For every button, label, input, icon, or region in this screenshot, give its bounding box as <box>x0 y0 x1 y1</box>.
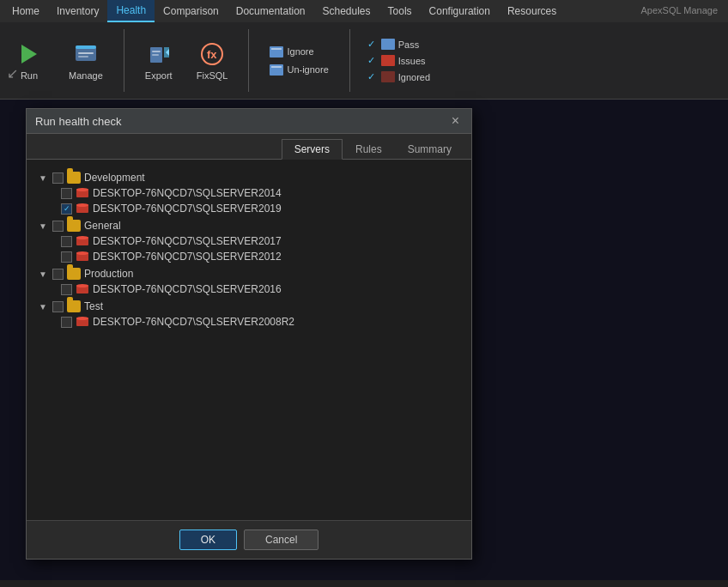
menu-schedules[interactable]: Schedules <box>313 0 379 22</box>
toolbar-divider-1 <box>124 29 124 92</box>
ignored-label: Ignored <box>398 72 430 82</box>
ok-button[interactable]: OK <box>179 530 237 550</box>
checkbox-production[interactable] <box>52 269 64 280</box>
toolbar-divider-3 <box>349 29 350 92</box>
menu-home[interactable]: Home <box>3 0 48 22</box>
tab-summary[interactable]: Summary <box>395 139 464 160</box>
menu-configuration[interactable]: Configuration <box>421 0 499 22</box>
issues-filter[interactable]: ✓ Issues <box>364 53 434 68</box>
cancel-button[interactable]: Cancel <box>244 530 318 550</box>
fixsql-button[interactable]: fx FixSQL <box>190 26 235 95</box>
chevron-test-icon: ▼ <box>39 302 49 312</box>
menu-documentation[interactable]: Documentation <box>228 0 314 22</box>
manage-icon <box>72 40 100 68</box>
ignore-button[interactable]: Ignore <box>263 44 335 60</box>
manage-label: Manage <box>69 70 103 81</box>
server-tree: ▼ Development <box>33 166 464 335</box>
tree-group-header-development[interactable]: ▼ Development <box>37 170 461 185</box>
server-item-2017[interactable]: DESKTOP-76NQCD7\SQLSERVER2017 <box>37 233 461 249</box>
server-label-2014: DESKTOP-76NQCD7\SQLSERVER2014 <box>93 187 282 199</box>
folder-development-icon <box>67 172 81 184</box>
dialog-body: ▼ Development <box>27 160 471 520</box>
dialog-title: Run health check <box>35 115 121 128</box>
checkbox-general[interactable] <box>52 221 64 232</box>
checkbox-2012[interactable] <box>61 251 72 263</box>
server-label-2012: DESKTOP-76NQCD7\SQLSERVER2012 <box>93 251 282 263</box>
ignored-filter[interactable]: ✓ Ignored <box>364 70 434 84</box>
menu-tools[interactable]: Tools <box>379 0 421 22</box>
menu-health[interactable]: Health <box>107 0 155 22</box>
tree-group-production: ▼ Production <box>37 266 461 297</box>
dialog-tabs: Servers Rules Summary <box>27 134 471 160</box>
run-icon <box>15 40 43 68</box>
tab-rules[interactable]: Rules <box>343 139 395 160</box>
svg-rect-25 <box>76 289 88 291</box>
ignore-group: Ignore Un-ignore <box>263 26 335 95</box>
server-item-2016[interactable]: DESKTOP-76NQCD7\SQLSERVER2016 <box>37 281 461 297</box>
checkbox-test[interactable] <box>52 301 64 312</box>
group-general-label: General <box>84 220 121 232</box>
chevron-general-icon: ▼ <box>39 221 49 231</box>
manage-button[interactable]: Manage <box>62 26 110 95</box>
pass-filter[interactable]: ✓ Pass <box>364 37 434 51</box>
sql-icon-2012 <box>76 251 89 263</box>
dialog-titlebar: Run health check × <box>27 109 471 134</box>
sql-icon-2019 <box>76 203 89 215</box>
fixsql-label: FixSQL <box>197 70 228 81</box>
menu-inventory[interactable]: Inventory <box>48 0 107 22</box>
server-label-2008r2: DESKTOP-76NQCD7\SQLSERVER2008R2 <box>93 316 294 328</box>
group-test-label: Test <box>84 300 103 312</box>
tree-group-header-test[interactable]: ▼ Test <box>37 299 461 314</box>
unignore-label: Un-ignore <box>287 64 328 75</box>
checkbox-2017[interactable] <box>61 236 72 247</box>
menu-comparison[interactable]: Comparison <box>155 0 228 22</box>
svg-point-15 <box>76 203 88 207</box>
issues-label: Issues <box>398 56 426 66</box>
svg-point-21 <box>76 251 88 255</box>
server-label-2016: DESKTOP-76NQCD7\SQLSERVER2016 <box>93 283 282 295</box>
checkbox-2008r2[interactable] <box>61 317 72 328</box>
unignore-button[interactable]: Un-ignore <box>263 62 335 78</box>
pass-check-icon: ✓ <box>367 39 378 50</box>
checkbox-2019[interactable] <box>61 203 72 215</box>
app-brand: ApexSQL Manage <box>641 5 718 15</box>
checkbox-2014[interactable] <box>61 188 72 199</box>
server-item-2019[interactable]: DESKTOP-76NQCD7\SQLSERVER2019 <box>37 201 461 216</box>
server-item-2012[interactable]: DESKTOP-76NQCD7\SQLSERVER2012 <box>37 249 461 264</box>
server-item-2008r2[interactable]: DESKTOP-76NQCD7\SQLSERVER2008R2 <box>37 314 461 330</box>
svg-text:fx: fx <box>207 48 217 61</box>
export-button[interactable]: Export <box>138 26 179 95</box>
server-item-2014[interactable]: DESKTOP-76NQCD7\SQLSERVER2014 <box>37 185 461 201</box>
tree-group-development: ▼ Development <box>37 170 461 216</box>
menu-resources[interactable]: Resources <box>499 0 565 22</box>
svg-point-12 <box>76 188 88 191</box>
run-button[interactable]: Run ↙ <box>7 26 52 95</box>
toolbar: Run ↙ Manage Export <box>0 22 728 100</box>
ignore-label: Ignore <box>287 46 313 57</box>
server-label-2019: DESKTOP-76NQCD7\SQLSERVER2019 <box>93 203 282 215</box>
folder-general-icon <box>67 220 81 232</box>
svg-rect-2 <box>78 52 94 54</box>
svg-rect-28 <box>76 322 88 324</box>
sql-icon-2008r2 <box>76 316 89 328</box>
checkbox-2016[interactable] <box>61 284 72 295</box>
svg-rect-3 <box>78 56 88 57</box>
server-label-2017: DESKTOP-76NQCD7\SQLSERVER2017 <box>93 235 282 247</box>
svg-rect-6 <box>152 54 159 56</box>
svg-rect-22 <box>76 257 88 258</box>
sql-icon-2016 <box>76 283 89 295</box>
checkbox-development[interactable] <box>52 172 64 184</box>
svg-rect-5 <box>152 51 161 52</box>
svg-point-18 <box>76 236 88 239</box>
tab-servers[interactable]: Servers <box>282 139 343 160</box>
svg-rect-19 <box>76 241 88 243</box>
export-icon <box>145 40 173 68</box>
group-production-label: Production <box>84 268 133 280</box>
svg-point-27 <box>76 317 88 320</box>
svg-point-24 <box>76 284 88 287</box>
toolbar-divider-2 <box>248 29 249 92</box>
tree-group-header-general[interactable]: ▼ General <box>37 218 461 233</box>
dialog-close-button[interactable]: × <box>448 114 463 128</box>
tree-group-test: ▼ Test D <box>37 299 461 330</box>
tree-group-header-production[interactable]: ▼ Production <box>37 266 461 281</box>
